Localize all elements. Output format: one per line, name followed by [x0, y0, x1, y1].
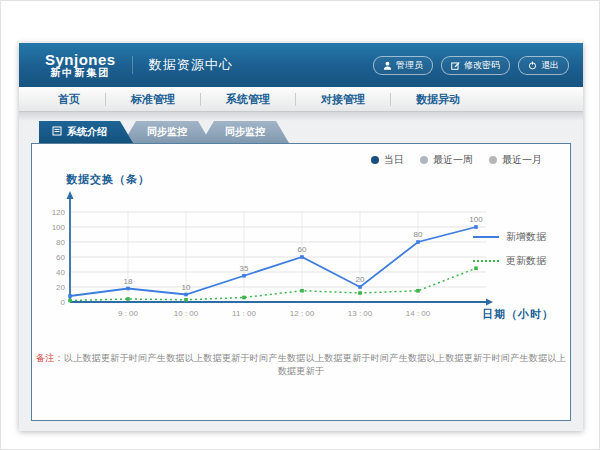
svg-text:11 : 00: 11 : 00 [232, 309, 256, 318]
change-password-label: 修改密码 [464, 59, 500, 72]
header-actions: 管理员 修改密码 退出 [373, 56, 569, 75]
tab-system-intro[interactable]: 系统介绍 [39, 121, 133, 143]
svg-text:20: 20 [56, 283, 65, 292]
logo-brand-text: Synjones [45, 52, 116, 68]
svg-text:60: 60 [298, 245, 307, 254]
nav-item-data-change[interactable]: 数据异动 [390, 93, 485, 106]
svg-text:18: 18 [124, 277, 133, 286]
x-axis-title: 日期（小时） [482, 307, 554, 322]
page-title: 数据资源中心 [132, 56, 233, 74]
admin-user-label: 管理员 [396, 59, 423, 72]
radio-unselected-icon [489, 156, 497, 164]
filter-label: 当日 [384, 153, 404, 167]
content-area: 系统介绍 同步监控 同步监控 当日 最近一周 [19, 112, 583, 431]
admin-user-button[interactable]: 管理员 [373, 56, 433, 75]
tab-bar: 系统介绍 同步监控 同步监控 [39, 121, 289, 143]
nav-item-interface-mgmt[interactable]: 对接管理 [295, 93, 390, 106]
app-header: Synjones 新中新集团 数据资源中心 管理员 修改密码 退出 [19, 43, 583, 87]
svg-text:80: 80 [56, 238, 65, 247]
main-nav: 首页 标准管理 系统管理 对接管理 数据异动 [19, 87, 583, 112]
svg-text:100: 100 [469, 215, 483, 224]
dotted-line-icon [473, 260, 499, 262]
filter-last-week[interactable]: 最近一周 [420, 153, 473, 167]
svg-text:10 : 00: 10 : 00 [174, 309, 199, 318]
filter-label: 最近一周 [433, 153, 473, 167]
legend-item-new-data[interactable]: 新增数据 [473, 230, 546, 244]
filter-label: 最近一月 [502, 153, 542, 167]
tab-label: 系统介绍 [67, 125, 107, 139]
legend-item-updated-data[interactable]: 更新数据 [473, 254, 546, 268]
solid-line-icon [473, 236, 499, 238]
svg-text:0: 0 [61, 298, 66, 307]
legend-label: 新增数据 [506, 230, 546, 244]
svg-text:100: 100 [52, 223, 66, 232]
svg-text:35: 35 [240, 264, 249, 273]
footnote-text: 以上数据更新于时间产生数据以上数据更新于时间产生数据以上数据更新于时间产生数据以… [64, 353, 566, 376]
svg-text:9 : 00: 9 : 00 [118, 309, 139, 318]
svg-text:20: 20 [356, 275, 365, 284]
legend-label: 更新数据 [506, 254, 546, 268]
svg-text:80: 80 [414, 230, 423, 239]
footnote-prefix: 备注： [36, 353, 64, 363]
document-icon [52, 126, 62, 138]
power-icon [528, 61, 537, 70]
tab-label: 同步监控 [225, 125, 265, 139]
y-axis-title: 数据交换（条） [66, 172, 150, 187]
user-icon [383, 61, 392, 70]
tab-sync-monitor-1[interactable]: 同步监控 [123, 121, 211, 143]
change-password-button[interactable]: 修改密码 [441, 56, 510, 75]
filter-today[interactable]: 当日 [371, 153, 404, 167]
svg-text:14 : 00: 14 : 00 [406, 309, 431, 318]
logout-button[interactable]: 退出 [518, 56, 569, 75]
tab-sync-monitor-2[interactable]: 同步监控 [201, 121, 289, 143]
edit-icon [451, 61, 460, 70]
logo: Synjones 新中新集团 [45, 52, 116, 78]
page-background: { "app": { "header": { "logo_line1": "Sy… [0, 0, 600, 450]
chart-panel: 当日 最近一周 最近一月 数据交换（条） 0204060801001209 : … [31, 143, 571, 421]
filter-last-month[interactable]: 最近一月 [489, 153, 542, 167]
nav-item-standard-mgmt[interactable]: 标准管理 [105, 93, 200, 106]
radio-unselected-icon [420, 156, 428, 164]
period-filter-group: 当日 最近一周 最近一月 [371, 153, 542, 167]
app-window: Synjones 新中新集团 数据资源中心 管理员 修改密码 退出 [19, 43, 583, 431]
svg-text:60: 60 [56, 253, 65, 262]
svg-text:12 : 00: 12 : 00 [290, 309, 315, 318]
tab-label: 同步监控 [147, 125, 187, 139]
svg-text:120: 120 [52, 208, 66, 217]
logout-label: 退出 [541, 59, 559, 72]
footnote: 备注：以上数据更新于时间产生数据以上数据更新于时间产生数据以上数据更新于时间产生… [32, 352, 570, 378]
svg-text:10: 10 [182, 283, 191, 292]
svg-text:40: 40 [56, 268, 65, 277]
chart-legend: 新增数据 更新数据 [473, 230, 546, 268]
nav-item-home[interactable]: 首页 [33, 93, 105, 106]
nav-item-system-mgmt[interactable]: 系统管理 [200, 93, 295, 106]
radio-selected-icon [371, 156, 379, 164]
logo-company-text: 新中新集团 [45, 68, 116, 79]
svg-text:13 : 00: 13 : 00 [348, 309, 373, 318]
